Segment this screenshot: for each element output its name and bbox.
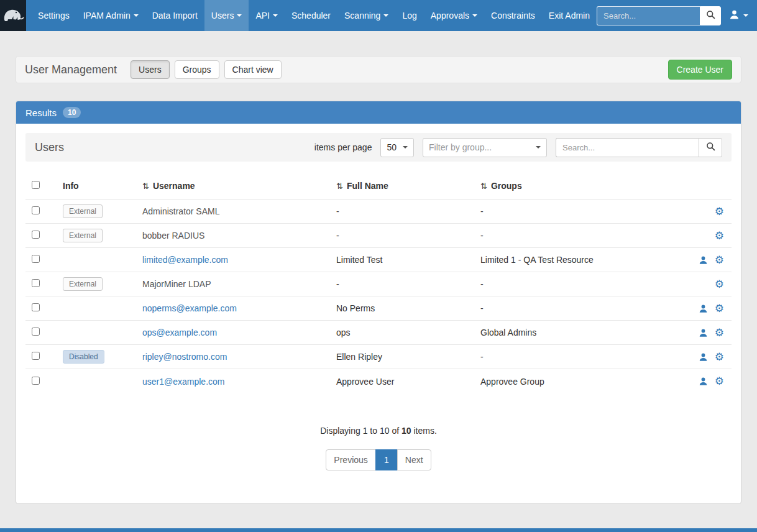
username-link[interactable]: noperms@example.com <box>142 303 237 313</box>
row-select-cell <box>25 328 57 337</box>
page-button-next[interactable]: Next <box>397 449 431 470</box>
info-cell: External <box>57 204 136 218</box>
navbar-right <box>597 0 757 31</box>
mammoth-logo-icon <box>1 4 25 27</box>
table-controls: items per page 50 Filter by group... <box>314 138 722 157</box>
nav-item-label: Users <box>211 0 234 31</box>
tab-users[interactable]: Users <box>131 60 170 79</box>
column-label: Full Name <box>347 181 388 191</box>
username-cell: ops@example.com <box>136 328 330 337</box>
username-link[interactable]: user1@example.com <box>142 377 225 387</box>
app-logo[interactable] <box>0 0 26 31</box>
groups-cell: Approvee Group <box>474 377 688 387</box>
row-checkbox[interactable] <box>32 279 40 287</box>
row-checkbox[interactable] <box>32 206 40 214</box>
column-header-username[interactable]: ⇅Username <box>136 181 330 191</box>
column-header-full-name[interactable]: ⇅Full Name <box>330 181 474 191</box>
settings-gear-icon[interactable]: ⚙ <box>715 255 724 265</box>
nav-item-label: Scanning <box>344 0 380 31</box>
nav-item-ipam-admin[interactable]: IPAM Admin <box>76 0 145 31</box>
row-checkbox[interactable] <box>32 255 40 263</box>
settings-gear-icon[interactable]: ⚙ <box>715 376 724 387</box>
settings-gear-icon[interactable]: ⚙ <box>715 352 724 362</box>
nav-item-scanning[interactable]: Scanning <box>337 0 395 31</box>
username-text: Administrator SAML <box>142 206 219 216</box>
user-profile-icon[interactable] <box>699 255 708 265</box>
displaying-suffix: items. <box>411 426 437 436</box>
tab-chart-view[interactable]: Chart view <box>224 60 282 79</box>
external-badge: External <box>63 277 103 291</box>
username-text: bobber RADIUS <box>142 231 204 241</box>
username-cell: bobber RADIUS <box>136 231 330 241</box>
chevron-down-icon <box>403 146 408 149</box>
group-filter-select[interactable]: Filter by group... <box>423 138 547 157</box>
search-icon <box>706 142 715 153</box>
table-search-button[interactable] <box>699 138 722 157</box>
row-select-cell <box>25 255 57 265</box>
view-tabs: UsersGroupsChart view <box>131 60 282 79</box>
user-profile-icon[interactable] <box>699 352 708 362</box>
chevron-down-icon <box>743 14 748 17</box>
row-checkbox[interactable] <box>32 303 40 311</box>
items-per-page-select[interactable]: 50 <box>380 138 414 157</box>
row-checkbox[interactable] <box>32 328 40 336</box>
table-search <box>556 138 722 157</box>
groups-cell: - <box>474 279 688 289</box>
nav-item-data-import[interactable]: Data Import <box>145 0 204 31</box>
actions-cell: ⚙ <box>688 352 732 362</box>
nav-item-label: Exit Admin <box>549 0 590 31</box>
settings-gear-icon[interactable]: ⚙ <box>715 328 724 338</box>
username-link[interactable]: ripley@nostromo.com <box>142 352 227 362</box>
column-header-groups[interactable]: ⇅Groups <box>474 181 688 191</box>
search-icon <box>706 10 715 21</box>
nav-item-scheduler[interactable]: Scheduler <box>285 0 337 31</box>
nav-item-label: Data Import <box>152 0 198 31</box>
column-label: Username <box>153 181 195 191</box>
nav-item-api[interactable]: API <box>249 0 285 31</box>
tab-groups[interactable]: Groups <box>175 60 219 79</box>
settings-gear-icon[interactable]: ⚙ <box>715 303 724 314</box>
page-button-1[interactable]: 1 <box>375 449 398 470</box>
full-name-cell: Ellen Ripley <box>330 352 474 362</box>
page-title: User Management <box>25 63 117 76</box>
user-profile-icon[interactable] <box>699 377 708 386</box>
table-row: Externalbobber RADIUS--⚙ <box>25 224 732 248</box>
nav-item-exit-admin[interactable]: Exit Admin <box>542 0 597 31</box>
username-link[interactable]: ops@example.com <box>142 328 217 337</box>
actions-cell: ⚙ <box>688 328 732 338</box>
username-cell: MajorMiner LDAP <box>136 279 330 289</box>
actions-cell: ⚙ <box>688 376 732 387</box>
user-account-menu[interactable] <box>729 9 748 22</box>
settings-gear-icon[interactable]: ⚙ <box>715 206 724 217</box>
row-checkbox[interactable] <box>32 231 40 239</box>
global-search-input[interactable] <box>597 6 700 25</box>
select-all-checkbox[interactable] <box>32 181 40 189</box>
settings-gear-icon[interactable]: ⚙ <box>715 279 724 290</box>
full-name-cell: ops <box>330 328 474 337</box>
nav-item-constraints[interactable]: Constraints <box>484 0 542 31</box>
user-profile-icon[interactable] <box>699 304 708 313</box>
nav-item-label: Settings <box>38 0 70 31</box>
nav-item-users[interactable]: Users <box>204 0 249 31</box>
info-cell: Disabled <box>57 350 136 364</box>
nav-item-log[interactable]: Log <box>395 0 423 31</box>
page-button-previous[interactable]: Previous <box>326 449 375 470</box>
chevron-down-icon <box>237 14 242 17</box>
nav-item-label: Scheduler <box>291 0 331 31</box>
table-row: noperms@example.comNo Perms-⚙ <box>25 296 732 321</box>
create-user-button[interactable]: Create User <box>668 60 732 80</box>
row-checkbox[interactable] <box>32 377 40 385</box>
settings-gear-icon[interactable]: ⚙ <box>715 231 724 241</box>
nav-item-settings[interactable]: Settings <box>31 0 76 31</box>
items-per-page-value: 50 <box>387 142 397 152</box>
username-text: MajorMiner LDAP <box>142 279 211 289</box>
row-checkbox[interactable] <box>32 352 40 360</box>
username-link[interactable]: limited@example.com <box>142 255 228 265</box>
global-search-button[interactable] <box>700 6 721 25</box>
user-profile-icon[interactable] <box>699 328 708 337</box>
actions-cell: ⚙ <box>688 206 732 217</box>
column-label: Info <box>63 181 79 191</box>
table-search-input[interactable] <box>556 138 699 157</box>
nav-item-approvals[interactable]: Approvals <box>424 0 484 31</box>
nav-item-label: Approvals <box>431 0 469 31</box>
